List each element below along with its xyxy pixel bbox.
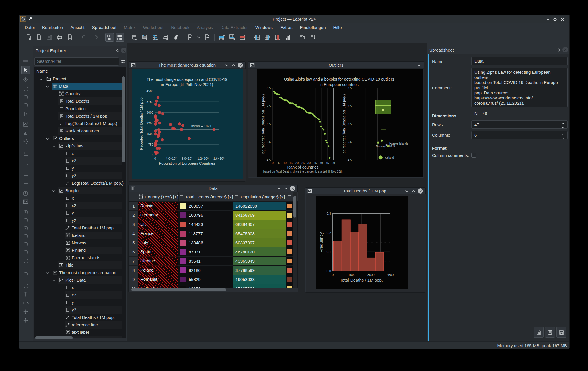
search-input[interactable]: Search/Filter xyxy=(34,57,119,66)
menu-notebook[interactable]: Notebook xyxy=(167,25,193,30)
tree-item-outliers[interactable]: Outliers xyxy=(34,135,126,142)
export-button[interactable] xyxy=(203,33,211,42)
toggle-properties-dock-button[interactable] xyxy=(116,33,124,42)
cell-country[interactable]: UK xyxy=(138,220,178,229)
cell-population[interactable]: 46780120 xyxy=(233,247,286,257)
tree-item-zipf-s-law[interactable]: Zipf's law xyxy=(34,142,126,150)
table-row-6[interactable]: 6Spain8793146780120 xyxy=(129,247,298,257)
tree-item-total-deaths-1m-pop-[interactable]: Total Deaths / 1M pop. xyxy=(34,224,126,232)
cell-total-deaths[interactable]: 133486 xyxy=(178,238,233,247)
tree-item-x[interactable]: x xyxy=(34,284,126,291)
grip-button[interactable] xyxy=(21,57,30,65)
cell-extra[interactable] xyxy=(286,266,293,275)
tree-item-x2[interactable]: x2 xyxy=(34,202,126,209)
menu-analysis[interactable]: Analysis xyxy=(193,25,217,30)
arrows-h-button[interactable] xyxy=(21,299,30,307)
cell-population[interactable]: 65475608 xyxy=(233,229,286,238)
maximize-window-icon[interactable] xyxy=(231,63,236,68)
cell-extra[interactable] xyxy=(286,257,293,266)
close-icon[interactable] xyxy=(560,17,565,22)
spreadsheet-window-data[interactable]: DataCountry {Text} [X]Total Deaths {Inte… xyxy=(128,185,298,292)
cell-population[interactable]: 68384867 xyxy=(233,220,286,229)
cell-extra[interactable] xyxy=(286,247,293,257)
table-row-7[interactable]: 7Ukraine8354143365949 xyxy=(129,257,298,266)
mdi-window-titlebar[interactable]: The most dangerous equation xyxy=(129,62,245,69)
cell-country[interactable]: Russia xyxy=(138,202,178,211)
cartesian-plot-button[interactable] xyxy=(21,120,30,129)
cell-population[interactable]: 43365949 xyxy=(233,257,286,266)
table-row-1[interactable]: 1Russia269057146022030 xyxy=(129,202,298,211)
mdi-window-titlebar[interactable]: Outliers xyxy=(248,62,424,69)
expander-icon[interactable] xyxy=(52,189,56,193)
close-window-icon[interactable] xyxy=(290,186,295,191)
column-header-3[interactable]: Population {Integer} [Y] xyxy=(233,192,286,201)
column-header-1[interactable]: Country {Text} [X] xyxy=(138,192,178,201)
column-header-4[interactable] xyxy=(286,192,293,201)
zoom-in-box-button[interactable] xyxy=(21,208,30,216)
shift-left-box-button[interactable] xyxy=(21,256,30,265)
tree-item-y2[interactable]: y2 xyxy=(34,306,126,314)
cell-population[interactable]: 146022030 xyxy=(233,202,286,211)
cell-extra[interactable] xyxy=(286,284,293,288)
arrows-v-button[interactable] xyxy=(21,290,30,298)
cell-total-deaths[interactable]: 55829 xyxy=(178,275,233,284)
tree-item-boxplot[interactable]: Boxplot xyxy=(34,187,126,194)
tree-header-name[interactable]: Name xyxy=(34,67,126,75)
sort-ascending-button[interactable] xyxy=(298,33,307,42)
tree-item-rank-of-countries[interactable]: Rank of countries xyxy=(34,127,126,135)
insert-row-below-button[interactable] xyxy=(228,33,236,42)
tree-item-x[interactable]: x xyxy=(34,150,126,157)
new-worksheet-button[interactable] xyxy=(161,33,170,42)
name-input[interactable]: Data xyxy=(471,57,568,65)
zoom-x-select-button[interactable] xyxy=(21,93,30,101)
tree-item-text-label[interactable]: text label xyxy=(34,329,126,336)
shift-down-box-button[interactable] xyxy=(21,281,30,290)
cell-country[interactable]: Netherlands xyxy=(138,284,178,288)
menu-windows[interactable]: Windows xyxy=(252,25,277,30)
color-theme-button[interactable] xyxy=(172,33,180,42)
cell-extra[interactable] xyxy=(286,202,293,211)
undo-button[interactable] xyxy=(80,33,89,42)
table-row-8[interactable]: 8Poland8218637788599 xyxy=(129,266,298,275)
new-matrix-button[interactable] xyxy=(141,33,149,42)
tree-item-country[interactable]: Country xyxy=(34,90,126,97)
save-as-button[interactable] xyxy=(556,327,566,338)
tree-item-total-deaths-1m-pop-[interactable]: Total Deaths / 1M pop. xyxy=(34,314,126,321)
expander-icon[interactable] xyxy=(46,137,49,141)
tree-item-total-deaths-1m-pop-[interactable]: Total Deaths / 1M pop. xyxy=(34,112,126,120)
tree-item-population[interactable]: Population xyxy=(34,105,126,112)
print-preview-button[interactable] xyxy=(66,33,74,42)
table-row-3[interactable]: 3UK14443368384867 xyxy=(129,220,298,229)
minimize-window-icon[interactable] xyxy=(404,188,409,194)
table-horizontal-scrollbar[interactable] xyxy=(131,288,226,291)
tree-item-the-most-dangerous-equation[interactable]: The most dangerous equation xyxy=(34,269,126,276)
mdi-window-titlebar[interactable]: Total Deaths / 1 M pop. xyxy=(305,188,425,194)
cell-extra[interactable] xyxy=(286,275,293,284)
maximize-window-icon[interactable] xyxy=(411,188,416,194)
tree-item-faeroe-islands[interactable]: Faeroe Islands xyxy=(34,254,126,261)
tree-item-log-total-deaths-1-m-pop-[interactable]: Log(Total Deaths/1 M pop.) xyxy=(34,120,126,127)
insert-row-above-button[interactable] xyxy=(217,33,226,42)
tree-item-y2[interactable]: y2 xyxy=(34,172,126,179)
menu-extras[interactable]: Extras xyxy=(277,25,296,30)
comment-input[interactable]: Using Zipf's Law for detecting European … xyxy=(471,68,568,107)
axis-both-button[interactable] xyxy=(21,149,30,158)
close-dock-icon[interactable] xyxy=(121,48,126,53)
float-dock-icon[interactable] xyxy=(116,48,120,53)
tree-item-project[interactable]: Project xyxy=(34,75,126,83)
zoom-box-button[interactable] xyxy=(21,216,30,224)
filter-options-icon[interactable] xyxy=(121,59,126,64)
menu-ansicht[interactable]: Ansicht xyxy=(67,25,88,30)
close-window-icon[interactable] xyxy=(238,63,243,68)
toggle-project-explorer-button[interactable] xyxy=(105,33,114,42)
scale-shrink-button[interactable] xyxy=(21,240,30,249)
minimize-window-icon[interactable] xyxy=(276,186,281,191)
import-button[interactable] xyxy=(186,33,195,42)
save-button[interactable] xyxy=(545,327,555,338)
float-dock-icon[interactable] xyxy=(557,48,561,52)
tree-item-x2[interactable]: x2 xyxy=(34,157,126,165)
table-row-9[interactable]: 9Romania5582919058033 xyxy=(129,275,298,284)
new-project-button[interactable] xyxy=(24,33,33,42)
cell-total-deaths[interactable]: 87931 xyxy=(178,247,233,257)
cell-extra[interactable] xyxy=(286,229,293,238)
